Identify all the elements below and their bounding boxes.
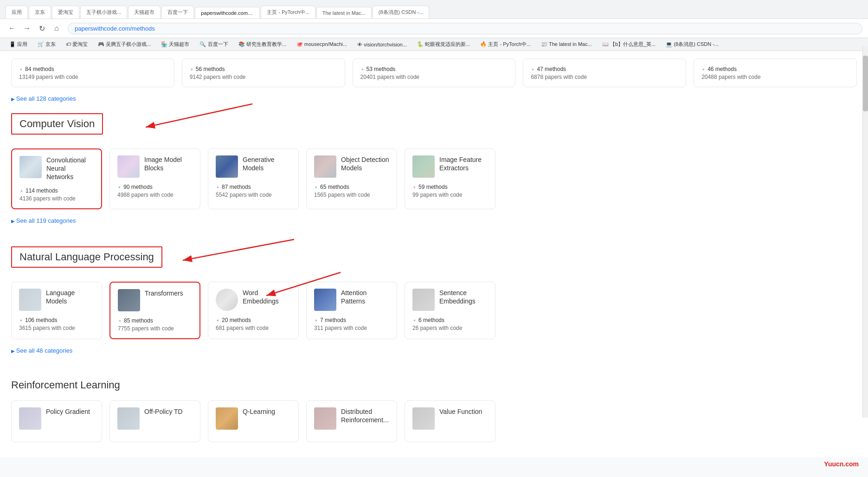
bookmark-github[interactable]: 🐙 mousecpn/Machi... <box>293 40 351 49</box>
cv-card-methods-1: ⋆ 90 methods <box>117 183 193 191</box>
cv-card-header-0: Convolutional Neural Networks <box>19 156 94 181</box>
bookmark-research[interactable]: 📚 研究生教育教学... <box>235 40 290 49</box>
rl-card-icon-0 <box>19 407 41 430</box>
bookmark-snake[interactable]: 🐍 蛇眼视觉适应的新... <box>413 40 474 49</box>
tab-jd[interactable]: 京东 <box>29 6 51 19</box>
nlp-card-icon-1 <box>118 289 140 311</box>
bookmark-csdn[interactable]: 💻 (8条消息) CSDN -... <box>662 40 722 49</box>
cv-card-header-3: Object Detection Models <box>314 155 389 178</box>
stat-methods-4: ⋆ 46 methods <box>701 65 849 73</box>
tab-pytorch[interactable]: 主页 - PyTorch中... <box>261 6 315 19</box>
nlp-card-papers-3: 311 papers with code <box>314 325 389 331</box>
nlp-card-methods-2: ⋆ 20 methods <box>216 316 291 324</box>
cv-card-3[interactable]: Object Detection Models ⋆ 65 methods 156… <box>306 148 397 209</box>
browser-tabs: 应用 京东 爱淘宝 五子棋小游戏... 天猫超市 百度一下 paperswith… <box>6 4 862 19</box>
rl-card-2[interactable]: Q-Learning <box>208 400 299 442</box>
nlp-card-icon-0 <box>19 289 41 311</box>
nlp-card-0[interactable]: Language Models ⋆ 106 methods 3615 paper… <box>11 282 102 339</box>
cv-card-title-0: Convolutional Neural Networks <box>46 156 94 181</box>
rl-card-icon-2 <box>216 407 238 430</box>
cv-card-papers-1: 4988 papers with code <box>117 192 193 198</box>
cv-network-icon-1: ⋆ <box>117 183 122 191</box>
address-bar[interactable]: paperswithcode.com/methods <box>68 23 862 34</box>
nlp-card-methods-1: ⋆ 85 methods <box>118 317 192 324</box>
nlp-card-icon-3 <box>314 289 336 311</box>
rl-card-title-3: Distributed Reinforcement... <box>341 407 389 424</box>
cv-network-icon-4: ⋆ <box>412 183 417 191</box>
rl-card-title-1: Off-Policy TD <box>144 407 183 416</box>
nlp-network-icon-1: ⋆ <box>118 317 122 324</box>
tab-baidu[interactable]: 百度一下 <box>161 6 194 19</box>
stat-card-1[interactable]: ⋆ 56 methods 9142 papers with code <box>182 58 345 87</box>
stat-card-4[interactable]: ⋆ 46 methods 20488 papers with code <box>694 58 857 87</box>
bookmark-wuziqi[interactable]: 🎮 吴腾五子棋小游戏... <box>94 40 154 49</box>
nlp-card-4[interactable]: Sentence Embeddings ⋆ 6 methods 26 paper… <box>405 282 495 339</box>
cv-card-title-4: Image Feature Extractors <box>439 155 488 172</box>
top-stats-row: ⋆ 84 methods 13149 papers with code ⋆ 56… <box>11 58 857 87</box>
stat-card-0[interactable]: ⋆ 84 methods 13149 papers with code <box>11 58 174 87</box>
bookmark-baidu[interactable]: 🔍 百度一下 <box>196 40 231 49</box>
scrollbar-thumb[interactable] <box>863 56 868 111</box>
tab-game[interactable]: 五子棋小游戏... <box>80 6 127 19</box>
nlp-network-icon-2: ⋆ <box>216 316 220 324</box>
network-icon-3: ⋆ <box>531 65 535 73</box>
rl-card-4[interactable]: Value Function <box>405 400 495 442</box>
bookmark-tmall[interactable]: 🏪 天猫超市 <box>157 40 193 49</box>
rl-section: Reinforcement Learning Policy Gradient O… <box>11 379 857 442</box>
watermark: Yuucn.com <box>824 460 859 468</box>
stat-methods-0: ⋆ 84 methods <box>19 65 167 73</box>
rl-card-1[interactable]: Off-Policy TD <box>109 400 200 442</box>
rl-card-title-0: Policy Gradient <box>46 407 90 416</box>
rl-card-icon-4 <box>412 407 435 430</box>
cv-card-1[interactable]: Image Model Blocks ⋆ 90 methods 4988 pap… <box>109 148 200 209</box>
nlp-card-header-4: Sentence Embeddings <box>412 289 488 311</box>
home-button[interactable]: ⌂ <box>50 22 63 35</box>
tab-mac[interactable]: The latest in Mac... <box>316 7 372 19</box>
rl-card-title-4: Value Function <box>439 407 482 416</box>
nlp-section-heading: Natural Language Processing <box>11 246 162 268</box>
tab-pwc[interactable]: paperswithcode.com/methods <box>195 7 260 19</box>
cv-see-all-link[interactable]: See all 119 categories <box>11 217 76 224</box>
nlp-network-icon-0: ⋆ <box>19 316 23 324</box>
nlp-card-papers-2: 681 papers with code <box>216 325 291 331</box>
nlp-card-icon-2 <box>216 289 238 311</box>
nlp-card-header-2: Word Embeddings <box>216 289 291 311</box>
nlp-card-header-3: Attention Patterns <box>314 289 389 311</box>
rl-card-0[interactable]: Policy Gradient <box>11 400 102 442</box>
nlp-card-papers-1: 7755 papers with code <box>118 325 192 332</box>
stat-papers-3: 6878 papers with code <box>531 74 678 80</box>
stat-card-3[interactable]: ⋆ 47 methods 6878 papers with code <box>523 58 686 87</box>
stat-card-2[interactable]: ⋆ 53 methods 20401 papers with code <box>353 58 516 87</box>
cv-card-4[interactable]: Image Feature Extractors ⋆ 59 methods 99… <box>405 148 495 209</box>
cv-cards-grid: Convolutional Neural Networks ⋆ 114 meth… <box>11 148 857 209</box>
bookmark-apps[interactable]: 📱 应用 <box>6 40 31 49</box>
nlp-card-papers-0: 3615 papers with code <box>19 325 94 331</box>
back-button[interactable]: ← <box>6 22 19 35</box>
bookmark-latest[interactable]: 📰 The latest in Mac... <box>537 40 596 49</box>
nlp-card-3[interactable]: Attention Patterns ⋆ 7 methods 311 paper… <box>306 282 397 339</box>
nlp-card-papers-4: 26 papers with code <box>412 325 488 331</box>
rl-card-icon-1 <box>117 407 140 430</box>
tab-apps[interactable]: 应用 <box>6 6 28 19</box>
stat-papers-0: 13149 papers with code <box>19 74 167 80</box>
tab-csdn[interactable]: (8条消息) CSDN -... <box>373 6 430 19</box>
cv-card-2[interactable]: Generative Models ⋆ 87 methods 5542 pape… <box>208 148 299 209</box>
top-see-all-link[interactable]: See all 128 categories <box>11 95 76 102</box>
nlp-see-all-link[interactable]: See all 48 categories <box>11 347 72 354</box>
nlp-card-2[interactable]: Word Embeddings ⋆ 20 methods 681 papers … <box>208 282 299 339</box>
browser-chrome: 应用 京东 爱淘宝 五子棋小游戏... 天猫超市 百度一下 paperswith… <box>0 0 868 19</box>
forward-button[interactable]: → <box>20 22 33 35</box>
bookmark-torchvision[interactable]: 👁 vision/torchvision... <box>354 40 411 49</box>
tab-taobao[interactable]: 爱淘宝 <box>52 6 79 19</box>
bookmark-pytorch[interactable]: 🔥 主页 - PyTorch中... <box>476 40 534 49</box>
tab-tmall[interactable]: 天猫超市 <box>128 6 161 19</box>
bookmark-taobao[interactable]: 🏷 爱淘宝 <box>62 40 91 49</box>
scrollbar-track[interactable] <box>862 46 868 418</box>
bookmark-dict[interactable]: 📖 【b】什么意思_英... <box>598 40 659 49</box>
nlp-card-1[interactable]: Transformers ⋆ 85 methods 7755 papers wi… <box>109 282 200 339</box>
refresh-button[interactable]: ↻ <box>35 22 48 35</box>
bookmark-jd[interactable]: 🛒 京东 <box>34 40 59 49</box>
page-wrapper[interactable]: 应用 京东 爱淘宝 五子棋小游戏... 天猫超市 百度一下 paperswith… <box>0 0 868 477</box>
cv-card-0[interactable]: Convolutional Neural Networks ⋆ 114 meth… <box>11 148 102 209</box>
rl-card-3[interactable]: Distributed Reinforcement... <box>306 400 397 442</box>
